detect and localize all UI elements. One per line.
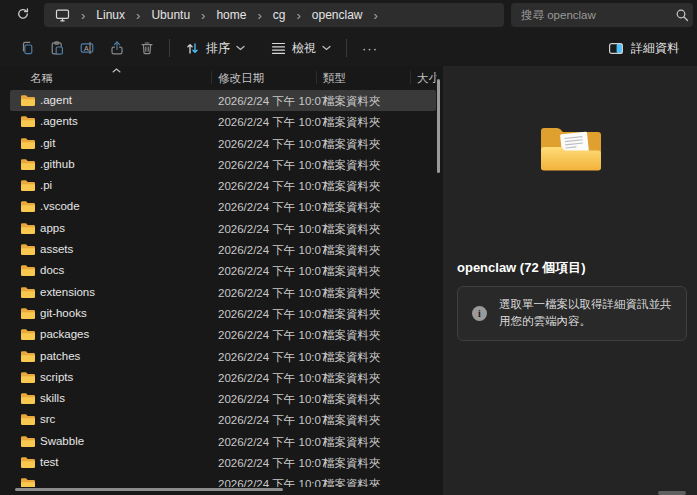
file-date: 2026/2/24 下午 10:07 — [218, 456, 327, 471]
column-header-type[interactable]: 類型 — [323, 71, 346, 86]
table-row[interactable]: test 2026/2/24 下午 10:07 檔案資料夾 — [10, 452, 436, 473]
column-header-size[interactable]: 大小 — [417, 71, 437, 86]
file-date: 2026/2/24 下午 10:07 — [218, 350, 327, 365]
column-header-name[interactable]: 名稱 — [30, 71, 53, 86]
file-type: 檔案資料夾 — [323, 307, 381, 322]
details-panel: openclaw (72 個項目) i 選取單一檔案以取得詳細資訊並共用您的雲端… — [443, 66, 697, 495]
file-name: docs — [40, 264, 64, 276]
table-row[interactable]: Swabble 2026/2/24 下午 10:07 檔案資料夾 — [10, 431, 436, 452]
file-name: scripts — [40, 371, 73, 383]
file-name: .vscode — [40, 200, 80, 212]
file-date: 2026/2/24 下午 10:07 — [218, 328, 327, 343]
copy-button[interactable] — [12, 35, 42, 61]
chevron-down-icon — [322, 45, 331, 51]
breadcrumb-item[interactable]: home — [213, 7, 249, 23]
table-row[interactable]: .pi 2026/2/24 下午 10:07 檔案資料夾 — [10, 175, 436, 196]
delete-button[interactable] — [132, 35, 162, 61]
column-header-date[interactable]: 修改日期 — [218, 71, 264, 86]
table-row[interactable]: scripts 2026/2/24 下午 10:07 檔案資料夾 — [10, 367, 436, 388]
table-row[interactable]: .git 2026/2/24 下午 10:07 檔案資料夾 — [10, 133, 436, 154]
folder-icon — [20, 158, 36, 171]
sort-ascending-icon — [112, 68, 121, 73]
table-row[interactable]: git-hooks 2026/2/24 下午 10:07 檔案資料夾 — [10, 303, 436, 324]
table-row[interactable]: packages 2026/2/24 下午 10:07 檔案資料夾 — [10, 324, 436, 345]
share-button[interactable] — [102, 35, 132, 61]
file-date: 2026/2/24 下午 10:07 — [218, 94, 327, 109]
table-row[interactable]: .agents 2026/2/24 下午 10:07 檔案資料夾 — [10, 111, 436, 132]
table-row[interactable]: skills 2026/2/24 下午 10:07 檔案資料夾 — [10, 388, 436, 409]
rename-button[interactable]: A — [72, 35, 102, 61]
column-divider[interactable] — [211, 71, 212, 84]
search-box[interactable] — [511, 3, 693, 27]
file-date: 2026/2/24 下午 10:07 — [218, 435, 327, 450]
table-row[interactable]: patches 2026/2/24 下午 10:07 檔案資料夾 — [10, 346, 436, 367]
vertical-scrollbar[interactable] — [437, 79, 440, 173]
refresh-icon — [15, 6, 31, 22]
chevron-right-icon: › — [296, 8, 300, 23]
file-type: 檔案資料夾 — [323, 137, 381, 152]
file-name: .git — [40, 137, 55, 149]
file-name: .pi — [40, 179, 52, 191]
table-row[interactable]: src 2026/2/24 下午 10:07 檔案資料夾 — [10, 409, 436, 430]
column-divider[interactable] — [316, 71, 317, 84]
file-date: 2026/2/24 下午 10:07 — [218, 477, 327, 487]
toolbar: A — [0, 30, 697, 66]
file-date: 2026/2/24 下午 10:07 — [218, 413, 327, 428]
breadcrumb-item[interactable]: openclaw — [309, 7, 366, 23]
file-type: 檔案資料夾 — [323, 94, 381, 109]
table-row[interactable]: .github 2026/2/24 下午 10:07 檔案資料夾 — [10, 154, 436, 175]
folder-icon — [20, 179, 36, 192]
file-date: 2026/2/24 下午 10:07 — [218, 179, 327, 194]
folder-icon — [20, 200, 36, 213]
folder-icon — [20, 413, 36, 426]
table-row[interactable]: .vscode 2026/2/24 下午 10:07 檔案資料夾 — [10, 196, 436, 217]
more-button[interactable]: ··· — [354, 39, 386, 58]
paste-button[interactable] — [42, 35, 72, 61]
details-toggle-button[interactable]: 詳細資料 — [600, 36, 687, 61]
breadcrumb-item[interactable]: cg — [270, 7, 289, 23]
view-button[interactable]: 檢視 — [263, 36, 339, 61]
panel-scrollbar-fragment[interactable] — [658, 491, 686, 495]
file-date: 2026/2/24 下午 10:07 — [218, 200, 327, 215]
chevron-right-icon: › — [374, 8, 378, 23]
svg-text:A: A — [84, 45, 89, 52]
breadcrumb-item[interactable]: Linux — [93, 7, 128, 23]
table-row[interactable]: 2026/2/24 下午 10:07 檔案資料夾 — [10, 473, 436, 487]
sort-label: 排序 — [206, 40, 230, 57]
breadcrumb-item[interactable]: Ubuntu — [148, 7, 193, 23]
table-row[interactable]: extensions 2026/2/24 下午 10:07 檔案資料夾 — [10, 282, 436, 303]
sort-button[interactable]: 排序 — [177, 36, 253, 61]
refresh-button[interactable] — [12, 3, 34, 25]
folder-icon — [20, 222, 36, 235]
computer-icon[interactable] — [54, 7, 71, 23]
file-date: 2026/2/24 下午 10:07 — [218, 243, 327, 258]
file-date: 2026/2/24 下午 10:07 — [218, 222, 327, 237]
search-input[interactable] — [521, 9, 675, 21]
table-row[interactable]: apps 2026/2/24 下午 10:07 檔案資料夾 — [10, 218, 436, 239]
file-type: 檔案資料夾 — [323, 200, 381, 215]
table-row[interactable]: .agent 2026/2/24 下午 10:07 檔案資料夾 — [10, 90, 436, 111]
file-name: git-hooks — [40, 307, 87, 319]
breadcrumb-bar[interactable]: › Linux › Ubuntu › home › cg › openclaw … — [44, 3, 504, 27]
top-navigation-bar: › Linux › Ubuntu › home › cg › openclaw … — [0, 0, 697, 30]
folder-icon — [20, 94, 36, 107]
file-name: test — [40, 456, 59, 468]
folder-icon — [20, 328, 36, 341]
chevron-right-icon: › — [136, 8, 140, 23]
table-row[interactable]: docs 2026/2/24 下午 10:07 檔案資料夾 — [10, 260, 436, 281]
column-divider[interactable] — [410, 71, 411, 84]
trash-icon — [139, 40, 155, 56]
file-name: .github — [40, 158, 75, 170]
file-type: 檔案資料夾 — [323, 179, 381, 194]
file-list-rows: .agent 2026/2/24 下午 10:07 檔案資料夾 .agents … — [0, 90, 437, 487]
horizontal-scrollbar[interactable] — [15, 488, 283, 491]
share-icon — [109, 40, 125, 56]
details-label: 詳細資料 — [631, 40, 679, 57]
file-name: .agents — [40, 115, 78, 127]
chevron-right-icon: › — [201, 8, 205, 23]
search-icon — [675, 8, 689, 22]
file-name: packages — [40, 328, 89, 340]
table-row[interactable]: assets 2026/2/24 下午 10:07 檔案資料夾 — [10, 239, 436, 260]
folder-icon — [20, 456, 36, 469]
chevron-right-icon: › — [81, 8, 85, 23]
